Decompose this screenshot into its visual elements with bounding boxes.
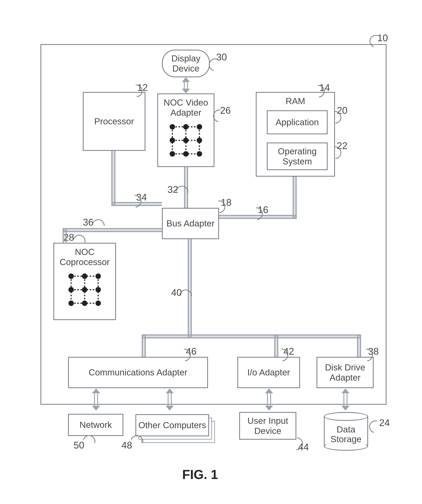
svg-point-27 [68, 300, 74, 306]
figure-caption: FIG. 1 [182, 467, 218, 482]
svg-point-21 [68, 274, 74, 279]
svg-point-11 [197, 138, 202, 143]
svg-point-8 [197, 124, 202, 130]
svg-point-22 [82, 274, 87, 279]
processor-block: Processor [83, 92, 145, 151]
svg-point-25 [82, 287, 87, 293]
noc-coproc-label: NOC Coprocessor [60, 247, 110, 267]
arrow-comm-net [92, 389, 100, 411]
application-label: Application [276, 117, 319, 127]
arrow-comm-other [166, 389, 174, 411]
application-block: Application [267, 110, 328, 134]
comms-label: Communications Adapter [89, 367, 187, 378]
noc-video-label: NOC Video Adapter [164, 97, 208, 118]
diagram-canvas: { "figure_caption": "FIG. 1", "outer_ref… [0, 0, 422, 504]
noc-grid-icon-2 [65, 270, 104, 309]
svg-point-14 [197, 151, 202, 156]
bus-16-v [293, 177, 297, 219]
comms-adapter-block: Communications Adapter [68, 357, 208, 388]
noc-video-adapter-block: NOC Video Adapter [157, 93, 214, 167]
bus-36-v [63, 228, 67, 243]
svg-point-13 [183, 151, 189, 156]
svg-point-28 [82, 300, 87, 306]
data-storage-label: Data Storage [324, 425, 368, 444]
bus-adapter-block: Bus Adapter [162, 208, 219, 239]
user-input-block: User Input Device [239, 412, 296, 440]
arrow-dd-storage [341, 389, 349, 411]
other-computers-block: Other Computers [135, 414, 209, 436]
network-label: Network [80, 420, 112, 430]
noc-coprocessor-block: NOC Coprocessor [53, 243, 116, 320]
arrow-io-input [265, 389, 273, 411]
other-computers-label: Other Computers [138, 420, 206, 430]
processor-label: Processor [94, 116, 134, 126]
dd-label: Disk Drive Adapter [325, 362, 365, 383]
bus-adapter-label: Bus Adapter [166, 218, 214, 228]
svg-point-7 [183, 124, 189, 130]
display-device: Display Device [162, 50, 210, 77]
svg-point-23 [96, 274, 101, 279]
svg-point-26 [96, 287, 101, 293]
io-label: I/o Adapter [247, 367, 290, 378]
disk-drive-adapter-block: Disk Drive Adapter [317, 357, 373, 388]
os-block: Operating System [267, 143, 328, 170]
network-block: Network [68, 414, 123, 436]
arrow-display-video [182, 77, 190, 93]
bus-40-main [188, 239, 192, 338]
noc-grid-icon [166, 121, 205, 160]
svg-point-6 [170, 124, 175, 130]
display-label: Display Device [171, 53, 200, 74]
svg-point-9 [170, 138, 175, 143]
svg-point-10 [183, 138, 189, 143]
bus-34-v [111, 151, 115, 206]
ram-label: RAM [286, 96, 305, 106]
io-adapter-block: I/o Adapter [237, 357, 300, 388]
user-input-label: User Input Device [247, 416, 288, 436]
os-label: Operating System [278, 146, 317, 167]
svg-point-24 [68, 287, 74, 293]
bus-40-drop-comm [142, 334, 146, 357]
data-storage-block: Data Storage [324, 412, 368, 451]
svg-point-12 [170, 151, 175, 156]
bus-40-rail [142, 334, 361, 338]
svg-point-29 [96, 300, 101, 306]
bus-36-h [63, 228, 162, 232]
